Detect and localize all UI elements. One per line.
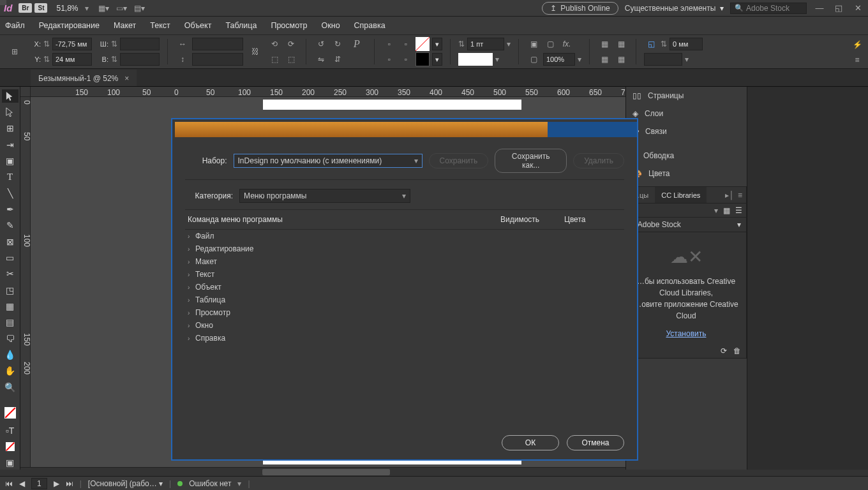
- wrap1-icon[interactable]: ▦: [597, 37, 611, 51]
- zoom-level[interactable]: 51,8%: [56, 4, 78, 13]
- free-transform-tool[interactable]: ◳: [2, 283, 19, 297]
- rotate-icon[interactable]: ⟲: [267, 37, 281, 51]
- flip-h-icon[interactable]: ⇋: [314, 52, 328, 66]
- page-first-icon[interactable]: ⏮: [5, 479, 13, 488]
- save-as-button[interactable]: Сохранить как...: [495, 149, 567, 173]
- stock-button[interactable]: St: [34, 3, 47, 13]
- panel-tab-cc-libraries[interactable]: CC Libraries: [655, 187, 707, 203]
- arrange-icon[interactable]: ▤▾: [132, 1, 147, 16]
- y-input[interactable]: 24 мм: [52, 53, 92, 66]
- corner-style-input[interactable]: [644, 53, 682, 66]
- vertical-ruler[interactable]: 050100150200: [20, 97, 31, 470]
- note-tool[interactable]: 🗨: [2, 332, 19, 345]
- chevron-down-icon[interactable]: ▾: [85, 4, 89, 13]
- menu-table[interactable]: Таблица: [225, 21, 257, 30]
- page-tool[interactable]: ⊞: [2, 122, 19, 135]
- w-input[interactable]: [120, 38, 160, 50]
- panel-menu-icon[interactable]: ≡: [738, 191, 746, 200]
- table-row[interactable]: ›Окно: [185, 319, 624, 332]
- paragraph-icon[interactable]: P: [347, 37, 366, 51]
- menu-edit[interactable]: Редактирование: [39, 21, 100, 30]
- search-input[interactable]: 🔍 Adobe Stock: [730, 3, 807, 14]
- close-tab-icon[interactable]: ×: [124, 74, 129, 83]
- gradient-swatch-tool[interactable]: ▦: [2, 299, 19, 313]
- direct-selection-tool[interactable]: [2, 105, 19, 119]
- rotate-ccw-icon[interactable]: ↺: [314, 37, 328, 51]
- wrap3-icon[interactable]: ▦: [597, 52, 611, 66]
- publish-online-button[interactable]: ↥ Publish Online: [542, 2, 618, 15]
- frame-fit2-icon[interactable]: ▢: [543, 37, 557, 51]
- table-row[interactable]: ›Редактирование: [185, 242, 624, 255]
- pencil-tool[interactable]: ✎: [2, 219, 19, 232]
- stroke-dd[interactable]: ▾: [432, 53, 442, 66]
- default-fs-icon[interactable]: [2, 440, 19, 453]
- frame-fit3-icon[interactable]: ▢: [527, 52, 541, 66]
- apply-fill-stroke[interactable]: ▫T: [2, 424, 19, 437]
- grid-view-icon[interactable]: ▦: [723, 206, 730, 215]
- scale-y-icon[interactable]: ↕: [176, 52, 190, 66]
- set-dropdown[interactable]: InDesign по умолчанию (с изменениями)▾: [234, 154, 423, 168]
- pen-tool[interactable]: ✒: [2, 202, 19, 216]
- screen-mode-icon[interactable]: ▭▾: [114, 1, 130, 16]
- align1-icon[interactable]: ▫: [382, 37, 396, 51]
- bridge-button[interactable]: Br: [19, 3, 32, 13]
- trash-icon[interactable]: 🗑: [733, 346, 741, 355]
- line-tool[interactable]: ╲: [2, 186, 19, 200]
- menu-layout[interactable]: Макет: [114, 21, 136, 30]
- horizontal-scrollbar[interactable]: [20, 467, 625, 476]
- stroke-style-swatch[interactable]: [458, 53, 493, 66]
- master-page-dropdown[interactable]: [Основной] (рабо… ▾: [88, 479, 163, 488]
- scale-x-icon[interactable]: ↔: [176, 37, 190, 51]
- frame-fit1-icon[interactable]: ▣: [527, 37, 541, 51]
- menu-help[interactable]: Справка: [354, 21, 385, 30]
- eyedropper-tool[interactable]: 💧: [2, 348, 19, 361]
- horizontal-ruler[interactable]: 1501005005010015020025030035040045050055…: [31, 87, 625, 97]
- panel-layers[interactable]: ◈Слои: [626, 105, 747, 122]
- install-link[interactable]: Установить: [666, 328, 707, 339]
- ruler-origin[interactable]: [20, 87, 31, 97]
- reference-point-icon[interactable]: ⊞: [5, 42, 24, 61]
- rotate2-icon[interactable]: ⟳: [284, 37, 298, 51]
- menu-view[interactable]: Просмотр: [271, 21, 307, 30]
- hand-tool[interactable]: ✋: [2, 364, 19, 378]
- save-button[interactable]: Сохранить: [429, 153, 489, 168]
- fill-dd[interactable]: ▾: [432, 38, 442, 50]
- document-tab[interactable]: Безымянный-1 @ 52% ×: [31, 70, 137, 86]
- restore-button[interactable]: ◱: [832, 3, 845, 13]
- h-input[interactable]: [120, 53, 160, 66]
- stroke-weight-input[interactable]: 1 пт: [467, 38, 504, 50]
- panel-pages[interactable]: ▯▯Страницы: [626, 87, 747, 105]
- fill-stroke-swap[interactable]: [2, 404, 19, 421]
- gap-tool[interactable]: ⇥: [2, 138, 19, 151]
- workspace-switcher[interactable]: Существенные элементы ▾: [625, 4, 724, 13]
- view-mode-icon[interactable]: ▣: [2, 456, 19, 470]
- shear-icon[interactable]: ⬚: [267, 52, 281, 66]
- page-last-icon[interactable]: ⏭: [66, 479, 73, 488]
- content-collector-tool[interactable]: ▣: [2, 154, 19, 167]
- zoom-tool[interactable]: 🔍: [2, 380, 19, 394]
- fill-none-swatch[interactable]: [415, 37, 430, 51]
- dialog-titlebar[interactable]: [175, 122, 634, 137]
- menu-window[interactable]: Окно: [322, 21, 340, 30]
- x-input[interactable]: -72,75 мм: [52, 38, 92, 50]
- scale-y-input[interactable]: [192, 53, 243, 66]
- selection-tool[interactable]: [2, 89, 19, 103]
- preflight-status[interactable]: Ошибок нет: [189, 479, 231, 488]
- flip-v-icon[interactable]: ⇵: [331, 52, 345, 66]
- corner-input[interactable]: 0 мм: [670, 38, 703, 50]
- minimize-button[interactable]: ―: [813, 3, 826, 13]
- type-tool[interactable]: T: [2, 170, 19, 184]
- panel-links[interactable]: ⚯Связи: [626, 122, 747, 140]
- stroke-swatch[interactable]: [415, 52, 430, 66]
- list-view-icon[interactable]: ☰: [735, 206, 742, 215]
- table-row[interactable]: ›Справка: [185, 332, 624, 345]
- rectangle-frame-tool[interactable]: ⊠: [2, 235, 19, 248]
- panel-menu-icon[interactable]: ≡: [850, 53, 864, 67]
- wrap2-icon[interactable]: ▦: [614, 37, 628, 51]
- table-row[interactable]: ›Текст: [185, 268, 624, 281]
- align2-icon[interactable]: ▫: [399, 37, 413, 51]
- panel-color[interactable]: 🎨Цвета: [626, 165, 747, 182]
- table-row[interactable]: ›Файл: [185, 230, 624, 242]
- page-prev-icon[interactable]: ◀: [19, 479, 25, 488]
- fx-icon[interactable]: fx.: [560, 37, 574, 51]
